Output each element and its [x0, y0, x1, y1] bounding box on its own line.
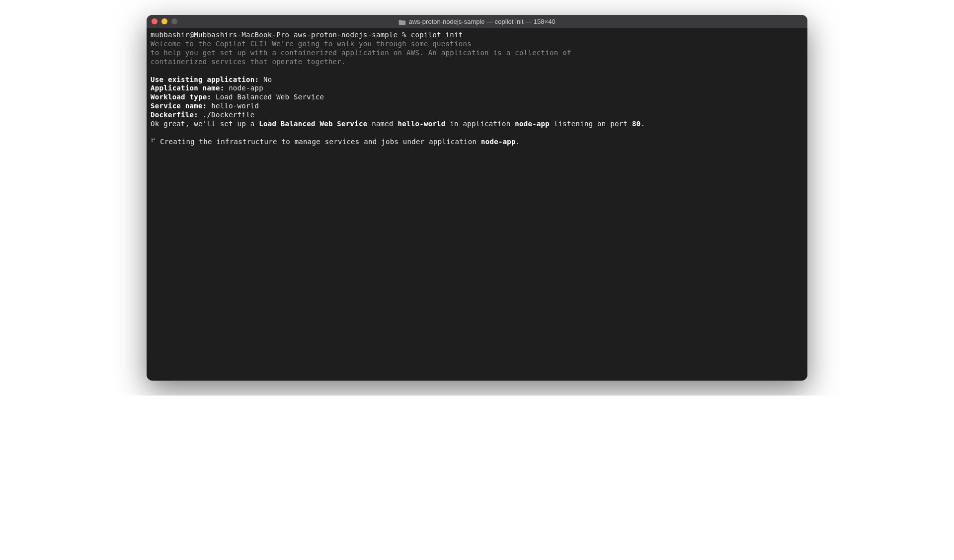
blank-line [151, 67, 803, 76]
confirm-mid1: named [367, 120, 398, 128]
welcome-line-1: Welcome to the Copilot CLI! We're going … [151, 40, 803, 49]
welcome-line-3: containerized services that operate toge… [151, 58, 803, 67]
use-existing-value: No [263, 76, 272, 83]
workload-type-value: Load Balanced Web Service [216, 93, 324, 101]
window-title-text: aws-proton-nodejs-sample — copilot init … [408, 18, 555, 25]
confirm-mid3: listening on port [550, 120, 632, 128]
dockerfile-label: Dockerfile: [151, 111, 198, 119]
progress-text: Creating the infrastructure to manage se… [160, 138, 481, 146]
progress-line: ⠋ Creating the infrastructure to manage … [151, 138, 803, 147]
titlebar[interactable]: aws-proton-nodejs-sample — copilot init … [147, 15, 807, 28]
terminal-body[interactable]: mubbashir@Mubbashirs-MacBook-Pro aws-pro… [147, 28, 807, 381]
confirm-port: 80 [632, 120, 640, 128]
app-name-line: Application name: node-app [151, 84, 803, 93]
blank-line-2 [151, 129, 803, 138]
prompt-command: copilot init [411, 31, 463, 39]
confirm-prefix: Ok great, we'll set up a [151, 120, 259, 128]
traffic-lights [152, 18, 177, 24]
workload-type-label: Workload type: [151, 93, 211, 101]
confirm-service-name: hello-world [398, 120, 446, 128]
minimize-button[interactable] [161, 18, 167, 24]
app-name-value: node-app [229, 84, 263, 92]
prompt-user-host: mubbashir@Mubbashirs-MacBook-Pro [151, 31, 289, 39]
app-name-label: Application name: [151, 84, 224, 92]
confirm-line: Ok great, we'll set up a Load Balanced W… [151, 120, 803, 129]
prompt-symbol: % [402, 31, 406, 39]
prompt-line: mubbashir@Mubbashirs-MacBook-Pro aws-pro… [151, 31, 803, 40]
dockerfile-value: ./Dockerfile [203, 111, 255, 119]
prompt-cwd: aws-proton-nodejs-sample [294, 31, 398, 39]
welcome-line-2: to help you get set up with a containeri… [151, 49, 803, 58]
spinner-icon: ⠋ [151, 138, 156, 146]
workload-type-line: Workload type: Load Balanced Web Service [151, 93, 803, 102]
use-existing-line: Use existing application: No [151, 76, 803, 84]
dockerfile-line: Dockerfile: ./Dockerfile [151, 111, 803, 120]
progress-suffix: . [516, 138, 520, 146]
service-name-value: hello-world [211, 102, 259, 110]
window-title: aws-proton-nodejs-sample — copilot init … [398, 18, 555, 25]
confirm-suffix: . [640, 120, 645, 128]
use-existing-label: Use existing application: [151, 76, 259, 83]
confirm-mid2: in application [446, 120, 515, 128]
close-button[interactable] [152, 18, 158, 24]
maximize-button[interactable] [171, 18, 177, 24]
folder-icon [398, 19, 405, 24]
service-name-label: Service name: [151, 102, 207, 110]
confirm-workload-type: Load Balanced Web Service [259, 120, 367, 128]
confirm-app-name: node-app [515, 120, 550, 128]
service-name-line: Service name: hello-world [151, 102, 803, 111]
terminal-window: aws-proton-nodejs-sample — copilot init … [147, 15, 807, 381]
progress-app-name: node-app [481, 138, 516, 146]
